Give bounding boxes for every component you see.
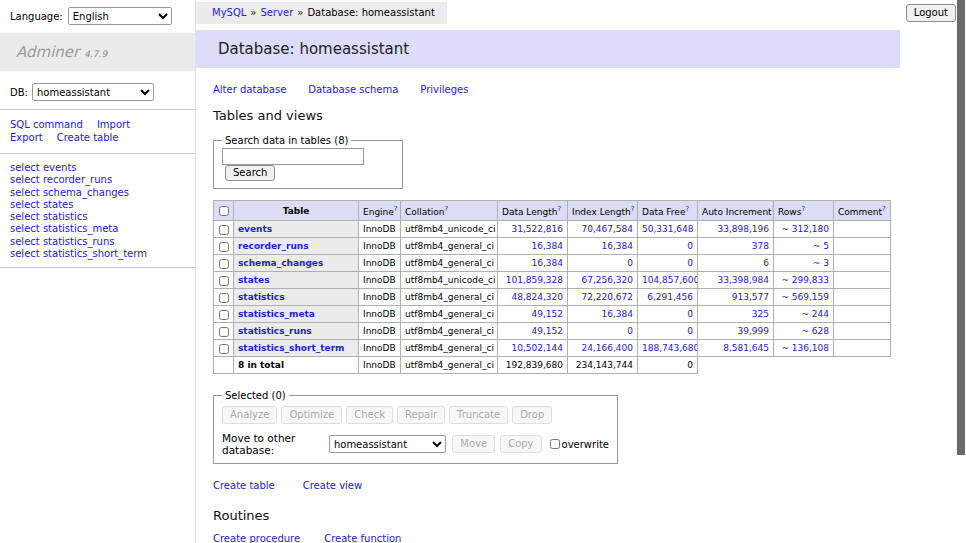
auto-increment-link[interactable]: 6 <box>763 258 769 268</box>
sidebar-action-link[interactable]: Import <box>97 119 130 130</box>
row-checkbox[interactable] <box>219 310 229 320</box>
bulk-action-button[interactable]: Optimize <box>281 406 342 424</box>
overwrite-checkbox[interactable] <box>550 439 560 449</box>
rows-count-link[interactable]: ~ 136,108 <box>781 343 829 353</box>
data-length-link[interactable]: 16,384 <box>532 241 564 251</box>
data-length-link[interactable]: 101,859,328 <box>506 275 563 285</box>
row-checkbox[interactable] <box>219 276 229 286</box>
auto-increment-link[interactable]: 8,581,645 <box>723 343 769 353</box>
scrollbar-thumb[interactable] <box>957 0 965 455</box>
sidebar-table-link[interactable]: select statistics <box>10 211 185 223</box>
data-free-link[interactable]: 0 <box>687 309 693 319</box>
data-free-link[interactable]: 188,743,680 <box>642 343 698 353</box>
help-link[interactable]: ? <box>445 205 449 213</box>
database-action-link[interactable]: Privileges <box>420 84 468 95</box>
rows-count-link[interactable]: ~ 3 <box>813 258 829 268</box>
data-length-link[interactable]: 49,152 <box>532 309 564 319</box>
auto-increment-link[interactable]: 39,999 <box>738 326 770 336</box>
help-link[interactable]: ? <box>685 205 689 213</box>
routine-link[interactable]: Create function <box>324 533 401 543</box>
help-link[interactable]: ? <box>557 205 561 213</box>
data-length-link[interactable]: 48,824,320 <box>511 292 563 302</box>
database-action-link[interactable]: Alter database <box>213 84 286 95</box>
create-link[interactable]: Create view <box>303 480 362 491</box>
data-free-link[interactable]: 6,291,456 <box>647 292 693 302</box>
select-all-checkbox[interactable] <box>219 206 229 216</box>
bulk-action-button[interactable]: Drop <box>512 406 552 424</box>
row-checkbox[interactable] <box>219 344 229 354</box>
sidebar-table-link[interactable]: select schema_changes <box>10 187 185 199</box>
index-length-link[interactable]: 72,220,672 <box>581 292 633 302</box>
bulk-action-button[interactable]: Repair <box>397 406 445 424</box>
auto-increment-link[interactable]: 33,898,196 <box>717 224 769 234</box>
move-database-select[interactable]: homeassistant <box>329 435 446 453</box>
table-name-link[interactable]: statistics <box>238 292 285 302</box>
rows-count-link[interactable]: ~ 312,180 <box>781 224 829 234</box>
index-length-link[interactable]: 16,384 <box>602 309 634 319</box>
data-free-link[interactable]: 0 <box>687 241 693 251</box>
help-link[interactable]: ? <box>882 205 886 213</box>
move-button[interactable]: Move <box>452 435 495 453</box>
table-name-link[interactable]: statistics_runs <box>238 326 312 336</box>
auto-increment-link[interactable]: 325 <box>752 309 769 319</box>
data-length-link[interactable]: 49,152 <box>532 326 564 336</box>
row-checkbox[interactable] <box>219 293 229 303</box>
table-name-link[interactable]: statistics_short_term <box>238 343 344 353</box>
auto-increment-link[interactable]: 33,398,984 <box>717 275 769 285</box>
index-length-link[interactable]: 24,166,400 <box>581 343 633 353</box>
sidebar-table-link[interactable]: select statistics_meta <box>10 223 185 235</box>
help-link[interactable]: ? <box>394 205 398 213</box>
index-length-link[interactable]: 0 <box>627 326 633 336</box>
data-length-link[interactable]: 31,522,816 <box>511 224 563 234</box>
row-checkbox[interactable] <box>219 327 229 337</box>
index-length-link[interactable]: 67,256,320 <box>581 275 633 285</box>
table-name-link[interactable]: schema_changes <box>238 258 323 268</box>
sidebar-table-link[interactable]: select statistics_short_term <box>10 248 185 260</box>
sidebar-action-link[interactable]: Export <box>10 132 43 143</box>
db-select[interactable]: homeassistant <box>32 83 154 101</box>
index-length-link[interactable]: 70,467,584 <box>581 224 633 234</box>
index-length-link[interactable]: 16,384 <box>602 241 634 251</box>
table-name-link[interactable]: statistics_meta <box>238 309 315 319</box>
table-name-link[interactable]: recorder_runs <box>238 241 309 251</box>
rows-count-link[interactable]: ~ 5 <box>813 241 829 251</box>
data-length-link[interactable]: 16,384 <box>532 258 564 268</box>
data-free-link[interactable]: 50,331,648 <box>642 224 694 234</box>
breadcrumb-mysql-link[interactable]: MySQL <box>212 7 246 18</box>
breadcrumb-server-link[interactable]: Server <box>260 7 293 18</box>
table-name-link[interactable]: states <box>238 275 270 285</box>
bulk-action-button[interactable]: Analyze <box>222 406 277 424</box>
sidebar-table-link[interactable]: select events <box>10 162 185 174</box>
rows-count-link[interactable]: ~ 569,159 <box>781 292 829 302</box>
bulk-action-button[interactable]: Check <box>346 406 393 424</box>
row-checkbox[interactable] <box>219 259 229 269</box>
search-button[interactable]: Search <box>225 165 275 181</box>
data-free-link[interactable]: 0 <box>687 258 693 268</box>
sidebar-table-link[interactable]: select states <box>10 199 185 211</box>
rows-count-link[interactable]: ~ 628 <box>801 326 829 336</box>
copy-button[interactable]: Copy <box>500 435 541 453</box>
help-link[interactable]: ? <box>801 205 805 213</box>
rows-count-link[interactable]: ~ 299,833 <box>781 275 829 285</box>
data-free-link[interactable]: 104,857,600 <box>642 275 698 285</box>
help-link[interactable]: ? <box>631 205 635 213</box>
auto-increment-link[interactable]: 913,577 <box>732 292 769 302</box>
sidebar-action-link[interactable]: SQL command <box>10 119 83 130</box>
routine-link[interactable]: Create procedure <box>213 533 300 543</box>
data-length-link[interactable]: 10,502,144 <box>511 343 563 353</box>
language-select[interactable]: English <box>68 7 172 25</box>
logout-button[interactable]: Logout <box>906 4 956 22</box>
auto-increment-link[interactable]: 378 <box>752 241 769 251</box>
sidebar-table-link[interactable]: select recorder_runs <box>10 174 185 186</box>
database-action-link[interactable]: Database schema <box>308 84 398 95</box>
search-input[interactable] <box>222 148 364 165</box>
row-checkbox[interactable] <box>219 242 229 252</box>
sidebar-action-link[interactable]: Create table <box>57 132 119 143</box>
rows-count-link[interactable]: ~ 244 <box>801 309 829 319</box>
sidebar-table-link[interactable]: select statistics_runs <box>10 236 185 248</box>
table-name-link[interactable]: events <box>238 224 272 234</box>
create-link[interactable]: Create table <box>213 480 275 491</box>
data-free-link[interactable]: 0 <box>687 326 693 336</box>
row-checkbox[interactable] <box>219 225 229 235</box>
index-length-link[interactable]: 0 <box>627 258 633 268</box>
